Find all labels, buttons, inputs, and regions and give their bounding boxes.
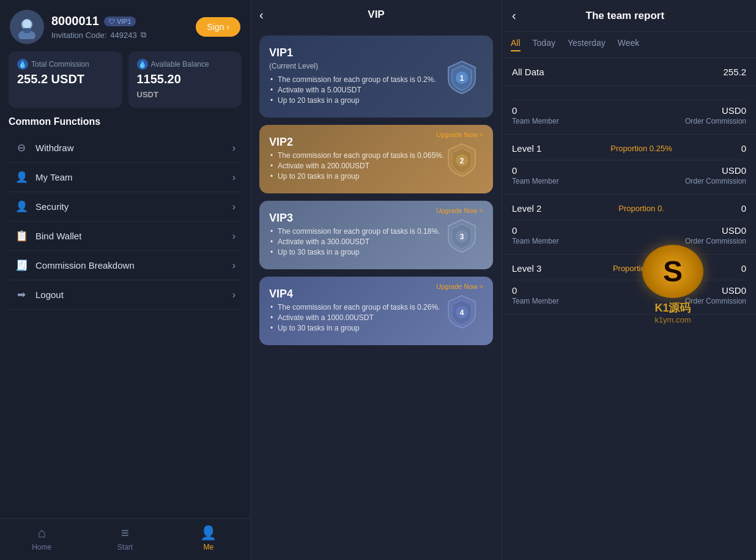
vip2-card: Upgrade Now > VIP2 The commission for ea… — [259, 125, 493, 193]
order-commission-label-0: Order Commission — [685, 117, 746, 125]
team-report-back-button[interactable]: ‹ — [512, 9, 516, 23]
svg-text:4: 4 — [460, 308, 464, 317]
menu-item-bind-wallet[interactable]: 📋 Bind Wallet › — [9, 222, 242, 251]
filter-tab-today[interactable]: Today — [533, 38, 555, 51]
all-members-block: 0 Team Member USD0 Order Commission — [502, 86, 756, 135]
menu-item-withdraw[interactable]: ⊖ Withdraw › — [9, 133, 242, 163]
common-functions-title: Common Functions — [9, 116, 242, 127]
level-3-members: 0 — [512, 285, 559, 296]
available-balance-card: 💧 Available Balance 1155.20 USDT — [128, 51, 242, 108]
balance-cards: 💧 Total Commission 255.2 USDT 💧 Availabl… — [0, 51, 250, 116]
level-2-commission: USD0 — [685, 225, 746, 236]
level-1-members: 0 — [512, 165, 559, 176]
vip1-card: VIP1 (Current Level) The commission for … — [259, 35, 493, 118]
vip-header: ‹ VIP — [251, 0, 502, 29]
sidebar: 8000011 🛡 VIP1 Invitation Code: 449243 ⧉… — [0, 0, 251, 560]
sign-button[interactable]: Sign › — [196, 17, 240, 37]
invitation-row: Invitation Code: 449243 ⧉ — [51, 30, 188, 40]
level-2-value: 0 — [741, 203, 746, 214]
bind-wallet-arrow: › — [232, 231, 235, 242]
team-report-title: The team report — [522, 10, 728, 22]
vip3-card: Upgrade Now > VIP3 The commission for ea… — [259, 201, 493, 269]
common-functions: Common Functions ⊖ Withdraw › 👤 My Team … — [0, 116, 250, 310]
level-1-commission-label: Order Commission — [685, 177, 746, 185]
svg-text:1: 1 — [460, 74, 464, 83]
commission-breakdown-label: Commission Breakdown — [35, 260, 225, 271]
logout-label: Logout — [35, 289, 225, 300]
svg-text:2: 2 — [460, 157, 464, 165]
nav-home[interactable]: ⌂ Home — [17, 525, 66, 551]
filter-tab-yesterday[interactable]: Yesterday — [568, 38, 606, 51]
vip2-badge-img: 2 — [440, 138, 483, 181]
level-2-commission-label: Order Commission — [685, 237, 746, 245]
vip1-badge-img: 1 — [440, 55, 483, 98]
copy-icon[interactable]: ⧉ — [141, 30, 146, 40]
user-header: 8000011 🛡 VIP1 Invitation Code: 449243 ⧉… — [0, 0, 250, 51]
svg-point-2 — [23, 20, 31, 28]
svg-rect-3 — [23, 28, 31, 33]
filter-tab-all[interactable]: All — [511, 38, 521, 51]
svg-text:3: 3 — [460, 233, 464, 241]
available-balance-label: 💧 Available Balance — [137, 59, 234, 70]
menu-item-my-team[interactable]: 👤 My Team › — [9, 163, 242, 192]
level-3-commission: USD0 — [685, 285, 746, 296]
nav-me[interactable]: 👤 Me — [184, 525, 233, 551]
filter-tab-week[interactable]: Week — [618, 38, 640, 51]
level-1-label: Level 1 — [512, 143, 541, 154]
vip-badge: 🛡 VIP1 — [104, 17, 136, 26]
all-data-value: 255.2 — [723, 67, 746, 77]
level-2-label: Level 2 — [512, 203, 541, 214]
total-commission-card: 💧 Total Commission 255.2 USDT — [9, 51, 122, 108]
total-commission-amount: 255.2 USDT — [17, 72, 114, 86]
bind-wallet-icon: 📋 — [15, 230, 28, 242]
level-1-block: Level 1 Proportion 0.25% 0 0 Team Member… — [502, 135, 756, 195]
level-3-member-label: Team Member — [512, 297, 559, 305]
vip-panel-title: VIP — [368, 9, 384, 21]
team-report-header: ‹ The team report — [502, 0, 756, 32]
security-icon: 👤 — [15, 200, 28, 213]
all-data-label: All Data — [512, 67, 544, 77]
menu-item-security[interactable]: 👤 Security › — [9, 192, 242, 222]
level-3-proportion: Proportion 0.5% — [613, 264, 670, 273]
available-balance-amount: 1155.20 USDT — [137, 72, 234, 100]
level-1-value: 0 — [741, 143, 746, 154]
security-label: Security — [35, 201, 225, 212]
my-team-arrow: › — [232, 172, 235, 183]
vip-cards-container: VIP1 (Current Level) The commission for … — [251, 29, 502, 351]
level-2-members: 0 — [512, 225, 559, 236]
vip-panel: ‹ VIP VIP1 (Current Level) The commissio… — [251, 0, 502, 560]
withdraw-label: Withdraw — [35, 143, 225, 153]
user-id: 8000011 — [51, 14, 99, 28]
security-arrow: › — [232, 201, 235, 212]
vip3-badge-img: 3 — [440, 214, 483, 256]
filter-tabs: All Today Yesterday Week — [502, 32, 756, 58]
nav-start[interactable]: ≡ Start — [100, 525, 149, 551]
my-team-icon: 👤 — [15, 171, 28, 184]
level-2-proportion: Proportion 0. — [618, 204, 664, 213]
level-2-block: Level 2 Proportion 0. 0 0 Team Member US… — [502, 195, 756, 255]
withdraw-arrow: › — [232, 143, 235, 154]
withdraw-icon: ⊖ — [15, 141, 28, 154]
team-report-panel: ‹ The team report All Today Yesterday We… — [502, 0, 756, 560]
commission-breakdown-arrow: › — [232, 260, 235, 271]
start-icon: ≡ — [121, 525, 129, 541]
level-1-proportion: Proportion 0.25% — [610, 144, 672, 153]
total-commission-label: 💧 Total Commission — [17, 59, 114, 70]
menu-item-commission-breakdown[interactable]: 🧾 Commission Breakdown › — [9, 251, 242, 280]
my-team-label: My Team — [35, 172, 225, 182]
level-3-label: Level 3 — [512, 263, 541, 274]
home-icon: ⌂ — [38, 525, 46, 541]
avatar — [10, 10, 44, 44]
logout-arrow: › — [232, 289, 235, 301]
vip-back-button[interactable]: ‹ — [259, 8, 264, 22]
level-1-member-label: Team Member — [512, 177, 559, 185]
level-3-commission-label: Order Commission — [685, 297, 746, 305]
me-icon: 👤 — [200, 525, 217, 541]
level-2-member-label: Team Member — [512, 237, 559, 245]
vip4-badge-img: 4 — [440, 289, 483, 332]
vip4-card: Upgrade Now > VIP4 The commission for ea… — [259, 277, 493, 345]
level-1-commission: USD0 — [685, 165, 746, 176]
menu-item-logout[interactable]: ➡ Logout › — [9, 280, 242, 310]
user-info: 8000011 🛡 VIP1 Invitation Code: 449243 ⧉ — [51, 14, 188, 40]
commission-breakdown-icon: 🧾 — [15, 259, 28, 272]
